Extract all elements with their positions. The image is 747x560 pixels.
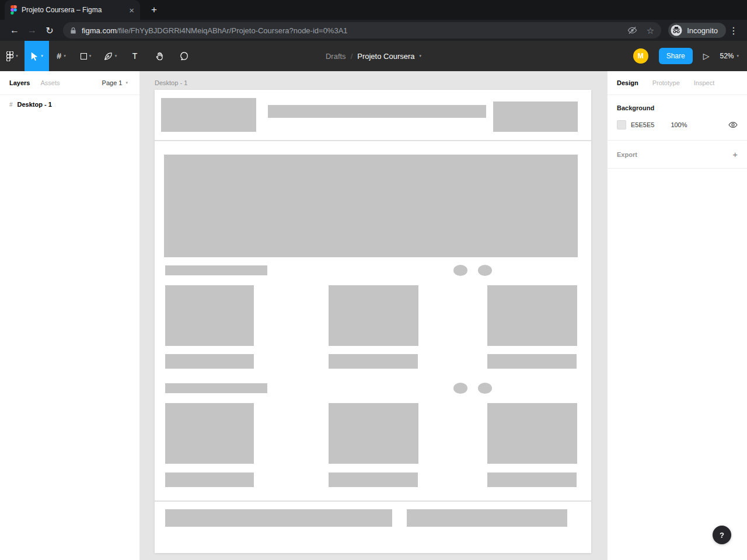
back-icon[interactable]: ← [6, 25, 23, 36]
eye-off-icon[interactable] [627, 26, 637, 34]
figma-toolbar: ▾ ▾ # ▾ ▾ ▾ T Drafts / Proje [0, 41, 747, 71]
tab-title: Projeto Coursera – Figma [22, 6, 124, 14]
design-frame[interactable] [155, 90, 591, 553]
background-color-swatch[interactable] [617, 120, 626, 130]
frame-tool-button[interactable]: # ▾ [49, 41, 74, 71]
wireframe-header-divider [155, 140, 591, 141]
text-tool-button[interactable]: T [123, 41, 147, 71]
wireframe-section-1-prev-dot[interactable] [453, 265, 467, 276]
app-body: Layers Assets Page 1 ▾ # Desktop - 1 Des… [0, 71, 747, 560]
incognito-badge: Incognito [668, 23, 726, 38]
wireframe-caption-1-2[interactable] [329, 354, 418, 369]
wireframe-section-1-next-dot[interactable] [478, 265, 492, 276]
address-bar-input[interactable]: figma.com/file/FhYyBJDGRRi4NMeiqABhAr/Pr… [63, 22, 661, 38]
wireframe-caption-2-2[interactable] [329, 473, 418, 487]
hand-icon [155, 52, 164, 61]
wireframe-header-right-block[interactable] [493, 102, 578, 132]
site-lock-icon[interactable] [70, 27, 76, 34]
canvas[interactable]: Desktop - 1 [140, 71, 607, 560]
tab-prototype[interactable]: Prototype [652, 79, 680, 86]
wireframe-card-1-2[interactable] [329, 285, 418, 346]
wireframe-hero-image[interactable] [164, 155, 578, 257]
tab-layers[interactable]: Layers [9, 79, 30, 86]
chevron-down-icon[interactable]: ▾ [420, 54, 422, 58]
chevron-down-icon: ▾ [736, 54, 739, 58]
help-button[interactable]: ? [713, 526, 731, 544]
breadcrumb-drafts[interactable]: Drafts [326, 52, 346, 61]
wireframe-card-2-2[interactable] [329, 403, 418, 464]
wireframe-section-2-prev-dot[interactable] [453, 383, 467, 394]
incognito-label: Incognito [687, 26, 718, 35]
wireframe-section-2-next-dot[interactable] [478, 383, 492, 394]
background-hex-value[interactable]: E5E5E5 [631, 121, 654, 128]
shape-tool-button[interactable]: ▾ [74, 41, 98, 71]
layer-row-desktop-1[interactable]: # Desktop - 1 [0, 95, 139, 114]
wireframe-caption-1-3[interactable] [487, 354, 577, 369]
properties-panel-tabs: Design Prototype Inspect [608, 71, 747, 95]
background-color-row: E5E5E5 100% [617, 120, 738, 130]
pen-icon [104, 52, 113, 61]
bookmark-star-icon[interactable]: ☆ [647, 26, 654, 35]
layers-panel-header: Layers Assets Page 1 ▾ [0, 71, 139, 95]
browser-tab-strip: Projeto Coursera – Figma × + [0, 0, 747, 20]
hand-tool-button[interactable] [147, 41, 172, 71]
share-button[interactable]: Share [659, 48, 693, 64]
chevron-down-icon: ▾ [89, 54, 92, 58]
layer-name: Desktop - 1 [18, 101, 52, 108]
wireframe-card-1-3[interactable] [487, 285, 577, 346]
wireframe-footer-bar-right[interactable] [407, 509, 567, 527]
background-section-title: Background [617, 104, 738, 111]
pen-tool-button[interactable]: ▾ [98, 41, 123, 71]
layers-panel: Layers Assets Page 1 ▾ # Desktop - 1 [0, 71, 140, 560]
toolbar-right-controls: M Share ▷ 52% ▾ [633, 48, 739, 64]
reload-icon[interactable]: ↻ [41, 25, 58, 36]
background-section: Background E5E5E5 100% [608, 95, 747, 141]
wireframe-card-1-1[interactable] [165, 285, 254, 346]
zoom-level: 52% [720, 52, 734, 60]
forward-icon[interactable]: → [23, 25, 41, 36]
zoom-menu[interactable]: 52% ▾ [720, 52, 739, 60]
frame-label[interactable]: Desktop - 1 [155, 79, 187, 86]
tab-assets[interactable]: Assets [40, 79, 60, 86]
wireframe-footer-bar-left[interactable] [165, 509, 392, 527]
main-menu-button[interactable]: ▾ [0, 41, 25, 71]
move-cursor-icon [30, 51, 39, 61]
breadcrumb: Drafts / Projeto Coursera ▾ [326, 52, 421, 61]
wireframe-card-2-3[interactable] [487, 403, 577, 464]
frame-layer-icon: # [9, 102, 13, 108]
figma-logo-icon [6, 51, 13, 61]
chevron-down-icon: ▾ [16, 54, 18, 58]
wireframe-caption-1-1[interactable] [165, 354, 254, 369]
omnibox-actions: ☆ [627, 26, 654, 35]
frame-tool-icon: # [57, 51, 61, 61]
new-tab-button[interactable]: + [146, 2, 162, 18]
chevron-down-icon: ▾ [125, 80, 128, 85]
wireframe-header-logo[interactable] [161, 98, 256, 132]
text-tool-icon: T [132, 51, 138, 61]
visibility-eye-icon[interactable] [728, 121, 738, 128]
tab-design[interactable]: Design [617, 79, 638, 86]
wireframe-caption-2-1[interactable] [165, 473, 254, 487]
background-opacity-value[interactable]: 100% [671, 121, 687, 128]
page-selector-label: Page 1 [102, 79, 123, 86]
tab-inspect[interactable]: Inspect [694, 79, 714, 86]
move-tool-button[interactable]: ▾ [25, 41, 49, 71]
wireframe-caption-2-3[interactable] [487, 473, 577, 487]
chevron-down-icon: ▾ [41, 54, 43, 58]
url-text: figma.com/file/FhYyBJDGRRi4NMeiqABhAr/Pr… [82, 26, 348, 35]
page-selector[interactable]: Page 1 ▾ [102, 79, 130, 86]
wireframe-section-2-title-bar[interactable] [165, 383, 267, 393]
url-domain: figma.com [82, 26, 117, 35]
wireframe-card-2-1[interactable] [165, 403, 254, 464]
tab-close-icon[interactable]: × [129, 6, 134, 15]
wireframe-section-1-title-bar[interactable] [165, 265, 267, 275]
browser-menu-icon[interactable]: ⋮ [726, 25, 741, 36]
present-play-icon[interactable]: ▷ [703, 51, 710, 61]
user-avatar[interactable]: M [633, 48, 648, 64]
breadcrumb-file-name[interactable]: Projeto Coursera [357, 52, 414, 61]
comment-tool-button[interactable] [172, 41, 196, 71]
add-export-icon[interactable]: + [732, 150, 738, 159]
export-section: Export + [608, 141, 747, 169]
wireframe-header-nav-bar[interactable] [268, 105, 486, 118]
browser-tab[interactable]: Projeto Coursera – Figma × [5, 0, 140, 20]
